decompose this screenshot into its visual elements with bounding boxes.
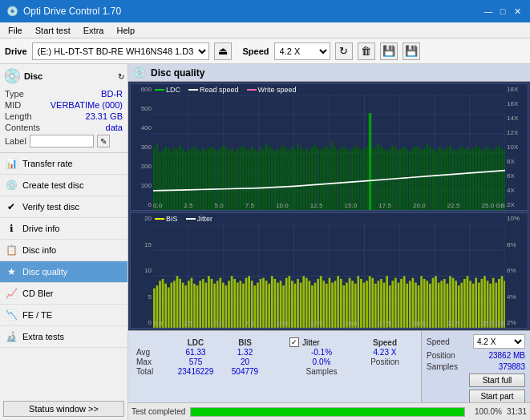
disc-label-edit-btn[interactable]: ✎ [97, 135, 110, 147]
disc-header: 💿 Disc ↻ [3, 67, 124, 85]
svg-rect-23 [171, 151, 173, 210]
samples-label: Samples [289, 367, 354, 376]
svg-rect-113 [429, 147, 431, 210]
chart-header: 💿 Disc quality [128, 64, 530, 82]
sidebar-item-verify-test-disc[interactable]: ✔ Verify test disc [0, 196, 127, 218]
svg-rect-79 [369, 113, 372, 210]
svg-rect-50 [248, 150, 250, 210]
svg-rect-85 [346, 149, 348, 210]
svg-rect-48 [242, 146, 245, 210]
start-full-button[interactable]: Start full [469, 374, 525, 387]
progress-time: 31:31 [507, 407, 527, 416]
status-window-button[interactable]: Status window >> [3, 401, 124, 417]
svg-rect-77 [326, 146, 328, 210]
sidebar-item-disc-quality[interactable]: ★ Disc quality [0, 261, 127, 283]
disc-type-row: Type BD-R [3, 88, 124, 99]
disc-length-label: Length [5, 111, 32, 121]
read-speed-legend: Read speed [188, 86, 239, 94]
sidebar-item-transfer-rate[interactable]: 📊 Transfer rate [0, 153, 127, 175]
titlebar-title: 💿 Opti Drive Control 1.70 [6, 6, 121, 17]
cd-bler-icon: 📈 [5, 287, 18, 300]
svg-rect-67 [297, 144, 299, 211]
sidebar-item-label: Verify test disc [22, 202, 79, 212]
position-right-val: 23862 MB [488, 351, 525, 360]
svg-rect-116 [438, 147, 440, 210]
disc-label-input[interactable] [30, 135, 94, 147]
disc-icon: 💿 [3, 67, 21, 85]
svg-rect-39 [216, 151, 219, 210]
sidebar-item-extra-tests[interactable]: 🔬 Extra tests [0, 326, 127, 348]
svg-rect-109 [418, 147, 420, 210]
svg-rect-134 [489, 149, 492, 210]
total-bis: 504779 [223, 367, 267, 376]
svg-rect-21 [164, 147, 167, 210]
bottom-chart-x-axis: 0.0 2.5 5.0 7.5 10.0 12.5 15.0 17.5 20.0… [153, 320, 505, 328]
top-chart-legend: LDC Read speed Write speed [155, 86, 296, 94]
svg-rect-52 [253, 149, 256, 210]
disc-refresh-icon[interactable]: ↻ [118, 72, 124, 81]
svg-rect-33 [199, 151, 201, 210]
jitter-legend-label: Jitter [197, 215, 213, 223]
create-test-disc-icon: 💿 [5, 179, 18, 192]
sidebar-item-disc-info[interactable]: 📋 Disc info [0, 240, 127, 261]
menu-help[interactable]: Help [111, 25, 140, 36]
speed-select[interactable]: 4.2 X [274, 42, 330, 60]
transfer-rate-icon: 📊 [5, 157, 18, 170]
refresh-button[interactable]: ↻ [335, 42, 353, 60]
svg-rect-84 [343, 147, 346, 210]
progress-bar-inner [191, 408, 464, 416]
jitter-label: Jitter [302, 338, 320, 347]
titlebar-icon: 💿 [6, 6, 18, 17]
menu-start-test[interactable]: Start test [30, 25, 75, 36]
svg-rect-91 [363, 148, 366, 210]
drive-info-icon: ℹ [5, 222, 18, 235]
svg-rect-37 [211, 147, 213, 210]
ldc-header: LDC [172, 338, 220, 347]
maximize-button[interactable]: □ [496, 5, 509, 18]
close-button[interactable]: ✕ [511, 5, 524, 18]
jitter-legend: Jitter [186, 215, 213, 223]
disc-quality-icon: ★ [5, 265, 18, 278]
start-part-button[interactable]: Start part [469, 390, 525, 403]
menubar: File Start test Extra Help [0, 22, 530, 38]
position-row: Position 23862 MB [427, 351, 525, 360]
drive-label: Drive [5, 46, 27, 56]
menu-extra[interactable]: Extra [79, 25, 109, 36]
eject-button[interactable]: ⏏ [214, 42, 232, 60]
svg-rect-102 [398, 150, 400, 210]
minimize-button[interactable]: — [482, 5, 495, 18]
titlebar-title-text: Opti Drive Control 1.70 [23, 6, 121, 17]
disc-section-title: Disc [24, 71, 42, 81]
position-right-label: Position [427, 351, 455, 360]
jitter-section: ✓ Jitter [289, 337, 354, 347]
total-ldc: 23416229 [172, 367, 220, 376]
save-button[interactable]: 💾 [403, 42, 420, 60]
disc-type-label: Type [5, 89, 24, 99]
drive-select[interactable]: (E:) HL-DT-ST BD-RE WH16NS48 1.D3 [32, 42, 209, 60]
titlebar-controls: — □ ✕ [482, 5, 524, 18]
ldc-legend-label: LDC [166, 86, 180, 94]
sidebar-item-cd-bler[interactable]: 📈 CD Bler [0, 283, 127, 305]
progress-status: Test completed [131, 407, 185, 416]
sidebar-item-drive-info[interactable]: ℹ Drive info [0, 218, 127, 240]
samples-right-label: Samples [427, 362, 458, 371]
svg-rect-49 [245, 148, 248, 210]
position-label: Position [357, 357, 413, 366]
sidebar-item-create-test-disc[interactable]: 💿 Create test disc [0, 175, 127, 196]
max-label: Max [136, 357, 168, 366]
svg-rect-76 [322, 147, 325, 210]
disc-info-icon: 📋 [5, 244, 18, 256]
disc-label-row: Label ✎ [3, 133, 124, 149]
stats-bar: LDC BIS ✓ Jitter Speed Avg 61.33 1.32 -0… [128, 330, 530, 402]
main-area: 💿 Disc ↻ Type BD-R MID VERBATIMe (000) L… [0, 64, 530, 420]
svg-rect-22 [168, 148, 170, 210]
burn-button[interactable]: 💾 [380, 42, 398, 60]
erase-button[interactable]: 🗑 [358, 42, 375, 60]
speed-dropdown[interactable]: 4.2 X [473, 334, 525, 349]
jitter-checkbox[interactable]: ✓ [289, 337, 299, 347]
svg-rect-122 [455, 151, 457, 210]
menu-file[interactable]: File [3, 25, 27, 36]
svg-rect-69 [302, 150, 305, 210]
svg-rect-86 [349, 151, 351, 210]
sidebar-item-fe-te[interactable]: 📉 FE / TE [0, 305, 127, 326]
